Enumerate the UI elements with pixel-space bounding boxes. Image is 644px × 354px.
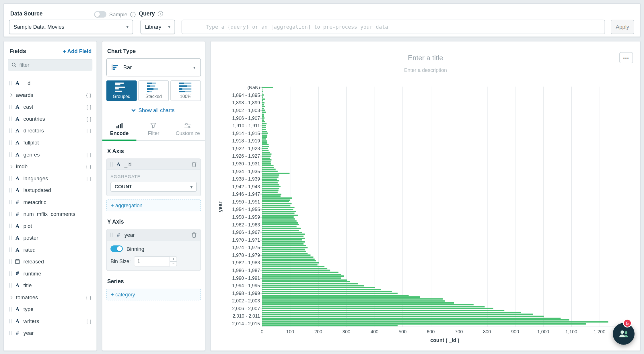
increment-button[interactable]: + [170, 257, 177, 261]
field-row-num_mflix_comments[interactable]: #num_mflix_comments [4, 208, 97, 220]
bar[interactable] [262, 118, 264, 119]
bar[interactable] [262, 123, 266, 124]
bar[interactable] [262, 89, 262, 90]
bar[interactable] [262, 169, 275, 170]
drag-handle-icon[interactable] [9, 319, 11, 323]
bar[interactable] [262, 163, 271, 165]
bin-size-input[interactable] [134, 257, 170, 266]
bar[interactable] [262, 220, 296, 222]
drag-handle-icon[interactable] [9, 117, 11, 121]
expand-chevron-icon[interactable] [9, 296, 12, 299]
bar[interactable] [262, 234, 305, 235]
bar[interactable] [262, 178, 277, 180]
bar[interactable] [262, 215, 297, 216]
bar[interactable] [262, 95, 264, 96]
bar[interactable] [262, 277, 341, 279]
bar[interactable] [262, 182, 278, 184]
bar[interactable] [262, 251, 306, 252]
drag-handle-icon[interactable] [9, 307, 11, 312]
bar[interactable] [262, 165, 273, 167]
apply-button[interactable]: Apply [611, 20, 634, 34]
bar[interactable] [262, 102, 264, 103]
bar[interactable] [262, 236, 303, 237]
drag-handle-icon[interactable] [9, 128, 11, 133]
bar[interactable] [262, 193, 281, 195]
bar[interactable] [262, 268, 327, 269]
bar[interactable] [262, 205, 290, 206]
bar[interactable] [262, 157, 270, 159]
drag-handle-icon[interactable] [110, 232, 112, 237]
bar[interactable] [262, 175, 279, 176]
bar[interactable] [262, 293, 397, 294]
drag-handle-icon[interactable] [9, 224, 11, 228]
bar[interactable] [262, 279, 347, 281]
bar[interactable] [262, 226, 296, 227]
drag-handle-icon[interactable] [9, 152, 11, 157]
chart-menu-button[interactable]: ••• [619, 52, 633, 63]
bar[interactable] [262, 121, 265, 123]
bar[interactable] [262, 131, 267, 132]
bar[interactable] [262, 300, 445, 302]
field-row-rated[interactable]: Arated [4, 244, 97, 256]
subtype-grouped[interactable]: Grouped [106, 81, 137, 101]
chart-title-placeholder[interactable]: Enter a title [211, 54, 640, 62]
bar[interactable] [262, 258, 314, 260]
trash-icon[interactable] [191, 232, 197, 238]
bar[interactable] [262, 192, 278, 193]
bar[interactable] [262, 296, 420, 298]
bar[interactable] [262, 222, 297, 224]
bar[interactable] [262, 93, 262, 94]
bar[interactable] [262, 125, 266, 126]
show-all-charts-link[interactable]: Show all charts [106, 107, 201, 113]
bar[interactable] [262, 184, 279, 185]
drag-handle-icon[interactable] [9, 105, 11, 109]
trash-icon[interactable] [191, 161, 197, 167]
bar[interactable] [262, 167, 274, 168]
bar[interactable] [262, 291, 392, 292]
field-row-awards[interactable]: awards{ } [4, 89, 97, 101]
bar[interactable] [262, 262, 319, 264]
field-row-plot[interactable]: Aplot [4, 220, 97, 232]
bar[interactable] [262, 319, 569, 321]
bar[interactable] [262, 140, 267, 142]
field-row-imdb[interactable]: imdb{ } [4, 161, 97, 173]
field-row-poster[interactable]: Aposter [4, 232, 97, 244]
bar[interactable] [262, 274, 341, 275]
bar[interactable] [262, 316, 544, 317]
subtype-100pct[interactable]: 100% [170, 81, 201, 101]
bar[interactable] [262, 119, 264, 121]
bar[interactable] [262, 264, 317, 265]
drag-handle-icon[interactable] [110, 162, 112, 167]
bar[interactable] [262, 155, 271, 157]
bar[interactable] [262, 148, 268, 149]
bar[interactable] [262, 281, 350, 283]
bar[interactable] [262, 133, 268, 134]
field-row-title[interactable]: Atitle [4, 279, 97, 292]
bar[interactable] [262, 304, 473, 306]
bar[interactable] [262, 239, 302, 241]
bar[interactable] [262, 218, 295, 220]
field-row-lastupdated[interactable]: Alastupdated [4, 184, 97, 196]
bar[interactable] [262, 308, 493, 309]
bar[interactable] [262, 171, 278, 172]
library-select[interactable]: Library ▾ [141, 20, 175, 34]
info-icon[interactable]: i [158, 11, 163, 17]
field-row-countries[interactable]: Acountries[ ] [4, 113, 97, 125]
bar[interactable] [262, 312, 521, 313]
bar[interactable] [262, 207, 295, 208]
bar[interactable] [262, 112, 266, 113]
decrement-button[interactable]: − [170, 261, 177, 266]
bar[interactable] [262, 186, 280, 187]
bar[interactable] [262, 144, 269, 146]
bar[interactable] [262, 159, 271, 161]
field-row-metacritic[interactable]: #metacritic [4, 196, 97, 208]
bar[interactable] [262, 295, 409, 296]
bar[interactable] [262, 243, 303, 245]
bar[interactable] [262, 237, 305, 239]
add-aggregation-button[interactable]: + aggregation [106, 200, 201, 212]
bar[interactable] [262, 209, 293, 210]
field-row-_id[interactable]: A_id [4, 77, 97, 89]
bar[interactable] [262, 270, 330, 271]
bar[interactable] [262, 272, 338, 273]
tab-encode[interactable]: Encode [102, 119, 137, 140]
